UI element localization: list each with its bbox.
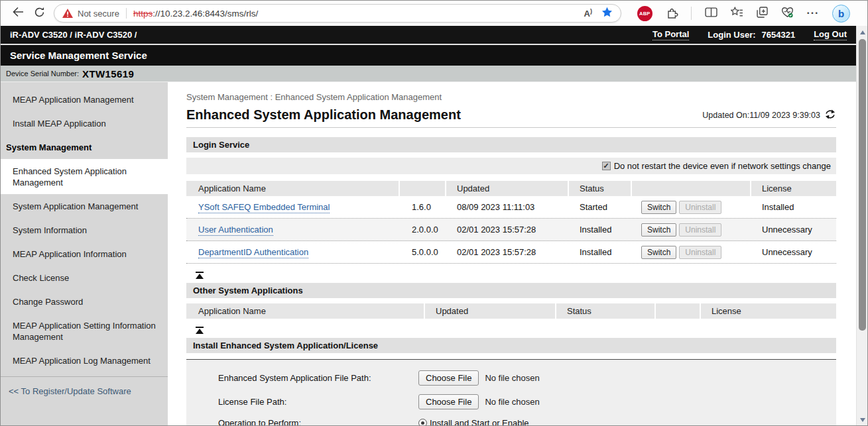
column-updated: Updated	[425, 303, 556, 319]
choose-file-button-license[interactable]: Choose File	[418, 394, 479, 409]
main-content: System Management : Enhanced System Appl…	[168, 82, 856, 425]
sidebar-item-meap-application-information[interactable]: MEAP Application Information	[1, 242, 168, 266]
scroll-to-top-icon[interactable]	[196, 272, 204, 279]
read-aloud-icon[interactable]: A)	[584, 8, 592, 19]
updated-on-text: Updated On:11/09 2023 9:39:03	[702, 111, 820, 120]
sidebar-item-change-password[interactable]: Change Password	[1, 290, 168, 313]
app-license: Unnecessary	[751, 247, 836, 257]
security-status-label[interactable]: Not secure	[78, 9, 119, 19]
extensions-puzzle-icon[interactable]	[666, 6, 678, 21]
url-scheme: https	[133, 9, 153, 19]
column-application-name: Application Name	[186, 181, 400, 196]
radio-install-and-start-label: Install and Start or Enable	[430, 418, 529, 425]
back-arrow-icon	[12, 7, 24, 20]
uninstall-button: Uninstall	[679, 246, 721, 259]
other-system-applications-heading: Other System Applications	[186, 283, 836, 298]
refresh-update-icon[interactable]	[824, 109, 836, 121]
radio-install-and-start[interactable]	[418, 419, 427, 425]
browser-toolbar: Not secure https://10.23.2.46:8443/sms/r…	[1, 1, 867, 26]
column-application-name: Application Name	[186, 303, 425, 319]
add-tab-copy-icon[interactable]	[757, 7, 768, 21]
url-rest: ://10.23.2.46:8443/sms/rls/	[153, 9, 258, 19]
do-not-restart-checkbox[interactable]: ✓	[602, 162, 611, 170]
app-link-user-authentication[interactable]: User Authentication	[198, 225, 273, 236]
scrollbar-up-arrow[interactable]	[857, 27, 868, 38]
url-text[interactable]: https://10.23.2.46:8443/sms/rls/	[133, 9, 258, 19]
app-version: 5.0.0.0	[400, 247, 446, 257]
sidebar-item-meap-application-management[interactable]: MEAP Application Management	[1, 87, 168, 111]
app-version: 1.6.0	[400, 202, 446, 212]
app-version: 2.0.0.0	[400, 225, 446, 235]
device-path: iR-ADV C3520 / iR-ADV C3520 /	[10, 30, 137, 40]
login-user-label: Login User:	[708, 30, 755, 40]
sidebar-item-meap-application-log-management[interactable]: MEAP Application Log Management	[1, 348, 168, 372]
choose-file-button-application[interactable]: Choose File	[418, 370, 479, 386]
vertical-scrollbar[interactable]	[856, 26, 867, 425]
browser-essentials-icon[interactable]	[781, 7, 794, 21]
no-file-chosen-text: No file chosen	[485, 373, 539, 383]
sidebar-item-enhanced-system-application-management[interactable]: Enhanced System Application Management	[1, 159, 168, 194]
app-file-path-label: Enhanced System Application File Path:	[218, 373, 418, 383]
no-file-chosen-text: No file chosen	[485, 397, 539, 407]
app-status: Installed	[569, 225, 632, 235]
sidebar-item-system-information[interactable]: System Information	[1, 218, 168, 242]
sidebar-item-system-application-management[interactable]: System Application Management	[1, 194, 168, 218]
serial-value: XTW15619	[82, 68, 134, 80]
switch-button[interactable]: Switch	[641, 201, 676, 214]
license-file-path-label: License File Path:	[218, 397, 418, 407]
app-updated: 02/01 2023 15:57:28	[446, 225, 569, 235]
app-status: Installed	[569, 247, 632, 257]
switch-button[interactable]: Switch	[641, 223, 676, 237]
column-license: License	[751, 181, 836, 196]
address-bar[interactable]: Not secure https://10.23.2.46:8443/sms/r…	[54, 4, 621, 23]
sidebar-section-system-management: System Management	[1, 135, 168, 159]
app-license: Installed	[751, 202, 836, 212]
page-title: Enhanced System Application Management	[186, 107, 461, 123]
device-header-bar: iR-ADV C3520 / iR-ADV C3520 / To Portal …	[1, 26, 856, 44]
app-updated: 02/01 2023 15:57:28	[446, 247, 569, 257]
app-status: Started	[569, 202, 632, 212]
login-service-table-header: Application Name Updated Status License	[186, 181, 836, 196]
adblock-plus-icon[interactable]: ABP	[637, 6, 652, 21]
scroll-to-top-icon[interactable]	[196, 327, 204, 334]
column-status: Status	[569, 181, 632, 196]
app-updated: 08/09 2023 11:11:03	[446, 202, 569, 212]
service-title-bar: Service Management Service	[1, 45, 856, 66]
column-actions-spacer	[632, 181, 751, 196]
operation-to-perform-label: Operation to Perform:	[218, 418, 418, 425]
column-updated: Updated	[446, 181, 569, 196]
scrollbar-thumb[interactable]	[859, 39, 866, 331]
table-row: DepartmentID Authentication 5.0.0.0 02/0…	[186, 241, 836, 264]
app-link-departmentid-authentication[interactable]: DepartmentID Authentication	[198, 247, 308, 258]
refresh-button[interactable]	[29, 3, 50, 23]
app-link-ysoft-safeq[interactable]: YSoft SAFEQ Embedded Terminal	[198, 202, 330, 213]
log-out-link[interactable]: Log Out	[814, 29, 847, 40]
breadcrumb: System Management : Enhanced System Appl…	[186, 92, 836, 102]
serial-label: Device Serial Number:	[6, 70, 79, 78]
service-title: Service Management Service	[10, 50, 147, 61]
split-screen-icon[interactable]	[705, 7, 717, 20]
sidebar: MEAP Application Management Install MEAP…	[1, 82, 168, 425]
uninstall-button: Uninstall	[679, 201, 721, 214]
to-portal-link[interactable]: To Portal	[652, 29, 689, 40]
bing-copilot-icon[interactable]: b	[832, 5, 850, 23]
login-user: Login User: 7654321	[708, 30, 795, 40]
to-register-update-software-link[interactable]: << To Register/Update Software	[1, 377, 168, 403]
column-version-spacer	[400, 181, 446, 196]
serial-number-bar: Device Serial Number: XTW15619	[1, 66, 856, 82]
favorite-star-icon[interactable]	[601, 7, 613, 21]
install-form-panel: Enhanced System Application File Path: C…	[186, 359, 836, 425]
table-row: User Authentication 2.0.0.0 02/01 2023 1…	[186, 219, 836, 241]
settings-more-icon[interactable]: ···	[806, 7, 819, 19]
switch-button[interactable]: Switch	[641, 246, 676, 259]
browser-window: Not secure https://10.23.2.46:8443/sms/r…	[0, 0, 868, 426]
sidebar-item-meap-application-setting-information-management[interactable]: MEAP Application Setting Information Man…	[1, 313, 168, 348]
sidebar-item-check-license[interactable]: Check License	[1, 266, 168, 290]
login-service-heading: Login Service	[186, 137, 836, 152]
sidebar-item-install-meap-application[interactable]: Install MEAP Application	[1, 111, 168, 135]
back-button[interactable]	[7, 3, 29, 23]
collections-icon[interactable]	[731, 7, 743, 21]
install-section-heading: Install Enhanced System Application/Lice…	[186, 338, 836, 353]
scrollbar-down-arrow[interactable]	[857, 414, 868, 425]
login-user-value: 7654321	[762, 30, 796, 40]
